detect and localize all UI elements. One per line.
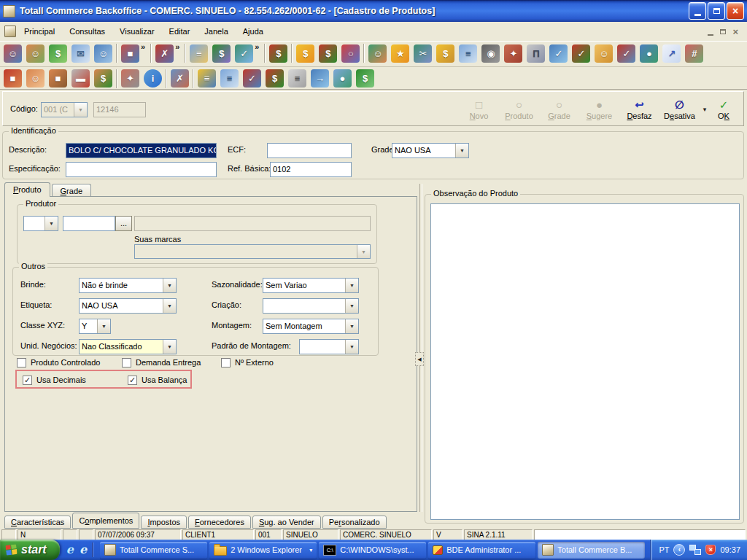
- clients-icon[interactable]: ☺: [4, 44, 22, 63]
- internet-explorer-icon[interactable]: e: [80, 544, 87, 556]
- money-stack-icon[interactable]: $: [356, 69, 374, 88]
- checkbox-usa-balanca[interactable]: ✓ Usa Balança: [128, 374, 187, 386]
- close-button[interactable]: ×: [727, 2, 744, 20]
- document-icon[interactable]: ≡: [459, 44, 477, 63]
- documents-icon[interactable]: ≡: [220, 69, 239, 88]
- ok-button[interactable]: ✓ OK: [710, 94, 738, 125]
- client-add-icon[interactable]: ☺: [94, 44, 112, 63]
- mdi-restore-button[interactable]: [720, 29, 726, 34]
- chevron-down-icon[interactable]: ▼: [345, 299, 358, 313]
- desativa-button[interactable]: ∅ Desativa: [659, 94, 700, 125]
- scroll-icon[interactable]: ≡: [288, 69, 306, 88]
- ecf-input[interactable]: [267, 143, 352, 158]
- chevron-down-icon[interactable]: ▼: [345, 279, 358, 292]
- menu-consultas[interactable]: Consultas: [63, 25, 112, 38]
- client-dollar-icon[interactable]: $: [49, 44, 67, 63]
- boxes-doc-icon[interactable]: ■: [49, 69, 67, 88]
- chevron-down-icon[interactable]: ▼: [44, 217, 58, 230]
- criacao-combo[interactable]: ▼: [263, 298, 359, 314]
- toolbar-overflow-button[interactable]: »: [141, 42, 145, 51]
- cubes-icon[interactable]: ■: [121, 44, 139, 63]
- dollar-plant-icon[interactable]: $: [269, 44, 287, 63]
- checkbox-n-externo[interactable]: Nº Externo: [221, 357, 274, 368]
- mdi-close-button[interactable]: ×: [732, 27, 738, 36]
- notepad-check-icon[interactable]: ✓: [549, 44, 568, 63]
- classe-xyz-combo[interactable]: Y ▼: [79, 319, 111, 334]
- chart-icon[interactable]: ↗: [662, 44, 681, 63]
- client-schedule-icon[interactable]: ☺: [26, 44, 44, 63]
- grade-combo[interactable]: NAO USA ▼: [392, 143, 469, 158]
- tab-produto[interactable]: Produto: [4, 182, 50, 197]
- toolbar-overflow-button[interactable]: »: [175, 42, 179, 51]
- duck-dollar-icon[interactable]: $: [296, 44, 314, 63]
- produtor-tipo-combo[interactable]: ▼: [23, 216, 58, 231]
- grade-button[interactable]: ○ Grade: [539, 94, 579, 125]
- chevron-down-icon[interactable]: ▼: [163, 279, 176, 292]
- task-totall-commerce-2[interactable]: Totall Commerce B...: [538, 542, 645, 559]
- chevron-down-icon[interactable]: ▼: [97, 319, 110, 333]
- chevron-down-icon[interactable]: ▼: [345, 319, 358, 333]
- coins-icon[interactable]: $: [436, 44, 454, 63]
- checkbox-produto-controlado[interactable]: Produto Controlado: [17, 357, 100, 368]
- chevron-down-icon[interactable]: ▼: [163, 299, 176, 313]
- tools-icon[interactable]: ✗: [171, 69, 189, 88]
- task-cmd-window[interactable]: C:\ C:\WINDOWS\syst...: [319, 542, 426, 559]
- checkbox-box[interactable]: ✓: [128, 376, 137, 385]
- sazonalidade-combo[interactable]: Sem Variao ▼: [263, 278, 359, 293]
- start-button[interactable]: start: [0, 540, 60, 560]
- dollar-arrows-icon[interactable]: $: [266, 69, 284, 88]
- codigo-input[interactable]: 12146: [93, 102, 146, 117]
- internet-explorer-icon[interactable]: e: [66, 544, 74, 556]
- suas-marcas-combo[interactable]: ▼: [134, 244, 371, 259]
- numbered-list-icon[interactable]: ≡: [198, 69, 216, 88]
- descricao-input[interactable]: BOLO C/ CHOCOLATE GRANULADO KG: [66, 143, 217, 158]
- checkbox-box[interactable]: [17, 358, 26, 368]
- book-search-icon[interactable]: ○: [341, 44, 360, 63]
- notepad-dollar-icon[interactable]: ✓: [235, 44, 253, 63]
- tab-impostos[interactable]: Impostos: [141, 516, 187, 529]
- etiqueta-combo[interactable]: NAO USA ▼: [79, 298, 177, 314]
- key-icon[interactable]: ✦: [121, 69, 139, 88]
- codigo-type-combo[interactable]: 001 (C ▼: [41, 102, 88, 117]
- produto-button[interactable]: ○ Produto: [499, 94, 539, 125]
- minimize-button[interactable]: [689, 2, 706, 20]
- novo-button[interactable]: □ Novo: [459, 94, 499, 125]
- menu-editar[interactable]: Editar: [163, 25, 197, 38]
- task-windows-explorer-group[interactable]: 2 Windows Explorer ▾: [209, 542, 317, 559]
- observacao-memo[interactable]: [430, 203, 740, 520]
- menu-visualizar[interactable]: Visualizar: [113, 25, 161, 38]
- menu-principal[interactable]: Principal: [18, 25, 61, 38]
- cancel-route-icon[interactable]: ✗: [155, 44, 174, 63]
- tab-fornecedores[interactable]: Fornecedores: [188, 516, 251, 529]
- money-exchange-icon[interactable]: $: [319, 44, 337, 63]
- tab-grade[interactable]: Grade: [52, 184, 92, 197]
- chevron-down-icon[interactable]: ▼: [455, 144, 468, 158]
- doc-globe-search-icon[interactable]: ●: [333, 69, 352, 88]
- target-icon[interactable]: ◉: [481, 44, 500, 63]
- tray-language-indicator[interactable]: PT: [659, 545, 669, 554]
- user-icon[interactable]: ☺: [595, 44, 613, 63]
- panel-splitter[interactable]: [419, 184, 422, 512]
- chevron-down-icon[interactable]: ▾: [309, 547, 312, 553]
- checkbox-box[interactable]: [221, 358, 231, 368]
- tray-clock[interactable]: 09:37: [720, 545, 740, 554]
- checkbox-demanda-entrega[interactable]: Demanda Entrega: [122, 357, 201, 368]
- produtor-lookup-button[interactable]: ...: [115, 216, 132, 231]
- tab-sug-ao-vender[interactable]: Sug. ao Vender: [252, 516, 321, 529]
- toolbar-overflow-button[interactable]: »: [255, 42, 259, 51]
- price-tree-icon[interactable]: $: [212, 44, 231, 63]
- box-dollar-icon[interactable]: $: [94, 69, 112, 88]
- desfaz-button[interactable]: ↩ Desfaz: [619, 94, 659, 125]
- chevron-down-icon[interactable]: ▼: [163, 340, 176, 354]
- tab-caracteristicas[interactable]: Características: [4, 516, 71, 529]
- client-mail-icon[interactable]: ✉: [71, 44, 90, 63]
- person-box-icon[interactable]: ☺: [26, 69, 44, 88]
- duck-icon[interactable]: ★: [391, 44, 409, 63]
- key-person-icon[interactable]: ✦: [504, 44, 522, 63]
- tab-personalizado[interactable]: Personalizado: [322, 516, 387, 529]
- security-alert-icon[interactable]: ×: [705, 545, 716, 555]
- task-totall-commerce-1[interactable]: Totall Commerce S...: [100, 542, 207, 559]
- tray-hide-icons-button[interactable]: ‹: [673, 544, 685, 556]
- network-status-icon[interactable]: [689, 545, 701, 555]
- bank-icon[interactable]: Π: [527, 44, 545, 63]
